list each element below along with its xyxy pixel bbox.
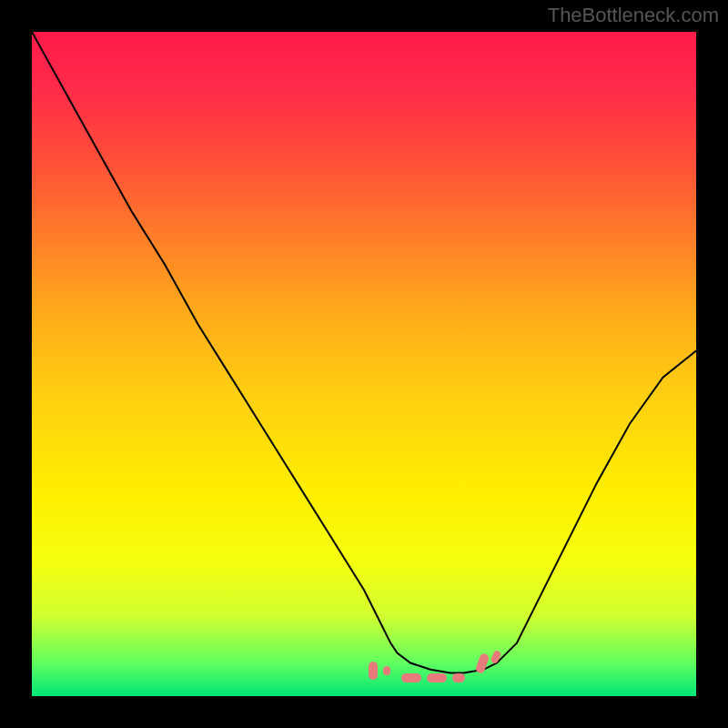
optimal-markers-right [478,654,500,672]
marker-dash [452,673,465,682]
curve-svg [32,32,696,696]
marker-dash [475,652,490,674]
plot-area [32,32,696,696]
watermark-text: TheBottleneck.com [548,4,719,27]
marker-dash [369,662,378,680]
marker-dash [401,673,421,682]
marker-dash [383,666,390,675]
bottleneck-curve-path [32,32,696,673]
optimal-markers-left [369,662,390,680]
marker-dash [427,673,447,682]
optimal-markers-mid [401,669,465,687]
